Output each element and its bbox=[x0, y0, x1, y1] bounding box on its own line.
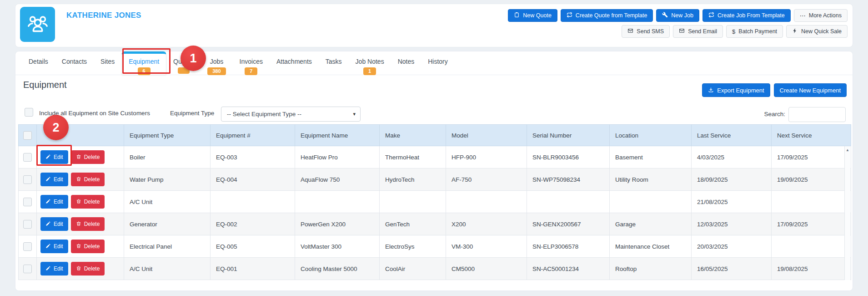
new-quick-sale-button[interactable]: New Quick Sale bbox=[786, 25, 848, 38]
create-quote-from-template-button[interactable]: Create Quote from Template bbox=[561, 9, 653, 22]
col-equipment-name: Equipment Name bbox=[295, 125, 380, 146]
table-scrollbar[interactable]: ▲ bbox=[844, 146, 850, 280]
delete-button[interactable]: Delete bbox=[71, 195, 105, 209]
edit-button[interactable]: Edit bbox=[40, 217, 68, 231]
delete-button[interactable]: Delete bbox=[71, 173, 105, 186]
job-notes-count-badge: 1 bbox=[363, 67, 376, 75]
trash-icon bbox=[76, 265, 81, 272]
clipboard-icon bbox=[514, 12, 520, 19]
equipment-table: Equipment Type Equipment # Equipment Nam… bbox=[18, 124, 851, 280]
download-icon bbox=[708, 87, 714, 94]
send-email-button[interactable]: Send Email bbox=[673, 25, 723, 38]
annotation-rect-edit-button bbox=[36, 145, 72, 166]
envelope-icon bbox=[679, 28, 685, 35]
ellipsis-icon: ⋯ bbox=[800, 13, 806, 19]
envelope-icon bbox=[627, 28, 633, 35]
primary-actions-row: New Quote Create Quote from Template New… bbox=[508, 9, 848, 22]
table-row: Edit Delete Electrical Panel EQ-005 Volt… bbox=[19, 235, 851, 258]
col-model: Model bbox=[446, 125, 527, 146]
create-job-from-template-button[interactable]: Create Job From Template bbox=[702, 9, 791, 22]
tab-details[interactable]: Details bbox=[22, 51, 55, 75]
edit-button[interactable]: Edit bbox=[40, 240, 68, 253]
customer-group-icon bbox=[27, 13, 49, 36]
export-equipment-button[interactable]: Export Equipment bbox=[702, 83, 770, 97]
table-row: Edit Delete A/C Unit 21/08/2025 bbox=[19, 191, 851, 213]
search-input[interactable] bbox=[788, 107, 846, 122]
row-checkbox[interactable] bbox=[23, 265, 32, 273]
tab-notes[interactable]: Notes bbox=[391, 51, 421, 75]
table-row: Edit Delete A/C Unit EQ-001 Cooling Mast… bbox=[19, 258, 851, 280]
scroll-up-icon: ▲ bbox=[846, 148, 849, 152]
tab-invoices[interactable]: Invoices 7 bbox=[233, 51, 270, 75]
new-quote-button[interactable]: New Quote bbox=[508, 9, 557, 22]
more-actions-button[interactable]: ⋯ More Actions bbox=[794, 9, 848, 22]
row-checkbox[interactable] bbox=[23, 220, 32, 229]
col-make: Make bbox=[380, 125, 446, 146]
table-row: Edit Delete Water Pump EQ-004 AquaFlow 7… bbox=[19, 168, 851, 191]
new-job-button[interactable]: New Job bbox=[656, 9, 699, 22]
row-checkbox[interactable] bbox=[23, 198, 32, 206]
row-checkbox[interactable] bbox=[23, 153, 32, 162]
delete-button[interactable]: Delete bbox=[71, 217, 105, 231]
include-site-equipment-checkbox[interactable] bbox=[25, 108, 33, 117]
repeat-icon bbox=[567, 12, 572, 19]
edit-button[interactable]: Edit bbox=[40, 195, 68, 209]
tab-tasks[interactable]: Tasks bbox=[319, 51, 349, 75]
customer-detail-card: Details Contacts Sites Equipment 6 Quote… bbox=[15, 51, 853, 291]
chevron-down-icon: ▾ bbox=[353, 111, 356, 117]
pencil-icon bbox=[45, 243, 51, 250]
dollar-icon: $ bbox=[732, 29, 735, 35]
tab-sites[interactable]: Sites bbox=[94, 51, 121, 75]
col-equipment-no: Equipment # bbox=[211, 125, 295, 146]
col-serial-number: Serial Number bbox=[527, 125, 610, 146]
section-actions: Export Equipment Create New Equipment bbox=[702, 83, 847, 97]
edit-button[interactable]: Edit bbox=[40, 262, 68, 276]
table-row: Edit Delete Generator EQ-002 PowerGen X2… bbox=[19, 213, 851, 235]
col-last-service: Last Service bbox=[692, 125, 772, 146]
send-sms-button[interactable]: Send SMS bbox=[622, 25, 670, 38]
repeat-icon bbox=[708, 12, 714, 19]
row-checkbox[interactable] bbox=[23, 242, 32, 251]
pencil-icon bbox=[45, 221, 51, 227]
col-equipment-type: Equipment Type bbox=[124, 125, 211, 146]
page-title-customer-name: KATHERINE JONES bbox=[66, 11, 141, 20]
edit-button[interactable]: Edit bbox=[40, 173, 68, 186]
col-location: Location bbox=[610, 125, 692, 146]
row-checkbox[interactable] bbox=[23, 175, 32, 184]
tab-history[interactable]: History bbox=[421, 51, 455, 75]
jobs-count-badge: 380 bbox=[207, 67, 226, 75]
wrench-icon bbox=[662, 12, 668, 19]
annotation-step-2: 2 bbox=[43, 115, 69, 140]
tab-attachments[interactable]: Attachments bbox=[270, 51, 319, 75]
annotation-step-1: 1 bbox=[181, 46, 206, 71]
annotation-rect-equipment-tab bbox=[122, 48, 171, 74]
trash-icon bbox=[76, 221, 81, 227]
trash-icon bbox=[76, 243, 81, 250]
create-new-equipment-button[interactable]: Create New Equipment bbox=[774, 83, 847, 97]
bolt-icon bbox=[792, 28, 798, 35]
select-all-checkbox[interactable] bbox=[23, 131, 32, 140]
delete-button[interactable]: Delete bbox=[71, 262, 105, 276]
tab-contacts[interactable]: Contacts bbox=[55, 51, 94, 75]
pencil-icon bbox=[45, 199, 51, 205]
pencil-icon bbox=[45, 265, 51, 272]
section-title: Equipment bbox=[23, 80, 67, 90]
delete-button[interactable]: Delete bbox=[71, 240, 105, 253]
pencil-icon bbox=[45, 176, 51, 183]
search-label: Search: bbox=[764, 111, 785, 117]
trash-icon bbox=[76, 199, 81, 205]
customer-header-card: KATHERINE JONES New Quote Create Quote f… bbox=[15, 4, 853, 47]
avatar bbox=[20, 7, 55, 42]
trash-icon bbox=[76, 176, 81, 183]
equipment-type-label: Equipment Type bbox=[170, 110, 214, 117]
table-header-row: Equipment Type Equipment # Equipment Nam… bbox=[19, 125, 851, 146]
col-next-service: Next Service bbox=[772, 125, 851, 146]
tab-job-notes[interactable]: Job Notes 1 bbox=[349, 51, 391, 75]
table-row: Edit Delete Boiler EQ-003 HeatFlow Pro T… bbox=[19, 146, 851, 168]
batch-payment-button[interactable]: $ Batch Payment bbox=[726, 25, 783, 38]
equipment-type-selected-value: -- Select Equipment Type -- bbox=[227, 111, 301, 117]
invoices-count-badge: 7 bbox=[245, 67, 257, 75]
delete-button[interactable]: Delete bbox=[71, 150, 105, 164]
secondary-actions-row: Send SMS Send Email $ Batch Payment New … bbox=[622, 25, 848, 38]
equipment-type-select[interactable]: -- Select Equipment Type -- ▾ bbox=[221, 107, 361, 122]
